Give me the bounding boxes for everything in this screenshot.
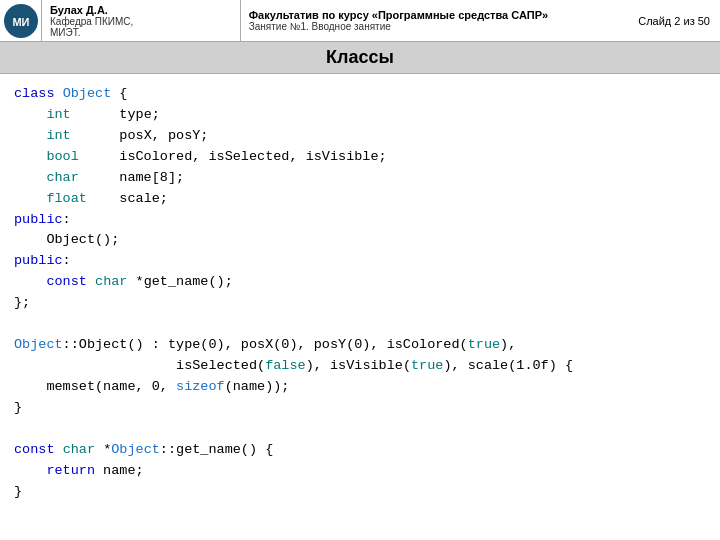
lesson-title: Занятие №1. Вводное занятие bbox=[249, 21, 612, 32]
course-title: Факультатив по курсу «Программные средст… bbox=[249, 9, 612, 21]
author-name: Булах Д.А. bbox=[50, 4, 232, 16]
course-info: Факультатив по курсу «Программные средст… bbox=[241, 0, 620, 41]
logo: МИ bbox=[0, 0, 42, 41]
logo-image: МИ bbox=[4, 4, 38, 38]
slide-number: Слайд 2 из 50 bbox=[620, 0, 720, 41]
header: МИ Булах Д.А. Кафедра ПКИМС, МИЭТ. Факул… bbox=[0, 0, 720, 42]
svg-text:МИ: МИ bbox=[12, 16, 29, 28]
affiliation-line2: МИЭТ. bbox=[50, 27, 232, 38]
author-info: Булах Д.А. Кафедра ПКИМС, МИЭТ. bbox=[42, 0, 241, 41]
affiliation-line1: Кафедра ПКИМС, bbox=[50, 16, 232, 27]
section-title: Классы bbox=[0, 42, 720, 74]
code-content: class Object { int type; int posX, posY;… bbox=[0, 74, 720, 512]
